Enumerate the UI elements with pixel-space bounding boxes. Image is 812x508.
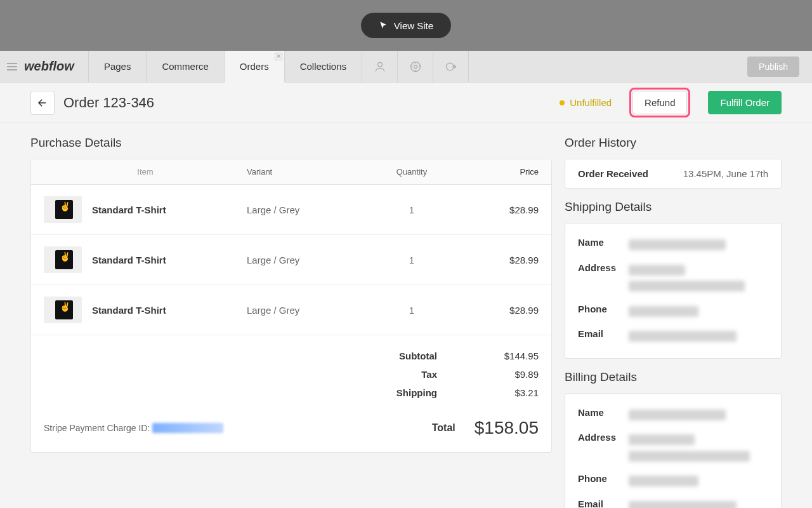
col-price: Price (462, 167, 539, 177)
total-label: Total (432, 422, 455, 434)
field-name: Name (578, 237, 629, 248)
table-row: Standard T-Shirt Large / Grey 1 $28.99 (31, 285, 551, 335)
redacted: ████ █ ████ (629, 434, 695, 445)
product-thumb (44, 196, 82, 223)
tab-label: Commerce (162, 61, 208, 72)
tab-label: Orders (240, 61, 269, 72)
close-icon[interactable]: ✕ (275, 53, 282, 60)
purchase-heading: Purchase Details (30, 136, 552, 150)
field-address: Address (578, 432, 629, 443)
history-event: Order Received (578, 168, 648, 179)
history-time: 13.45PM, June 17th (683, 168, 768, 179)
billing-card: Name█████ █████████ Address████ █ ██████… (565, 393, 782, 509)
item-price: $28.99 (462, 255, 539, 265)
status-dot-icon (560, 100, 565, 105)
redacted: ████████ ██████ (629, 239, 726, 250)
tab-pages[interactable]: Pages (89, 51, 147, 82)
redacted: ██ ████████ (629, 476, 698, 486)
tax-label: Tax (421, 369, 437, 380)
redacted: █████ █████████ (629, 410, 726, 420)
item-name: Standard T-Shirt (92, 204, 166, 215)
shipping-heading: Shipping Details (565, 200, 782, 214)
logo: webflow (24, 51, 89, 82)
field-phone: Phone (578, 304, 629, 314)
table-header: Item Variant Quantity Price (31, 159, 551, 185)
field-name: Name (578, 407, 629, 418)
item-qty: 1 (361, 305, 462, 316)
stripe-label: Stripe Payment Charge ID: (44, 423, 150, 433)
shipping-card: Name████████ ██████ Address██████ ██████… (565, 223, 782, 359)
tab-label: Pages (104, 61, 131, 72)
tab-collections[interactable]: Collections (285, 51, 362, 82)
item-name: Standard T-Shirt (92, 305, 166, 316)
item-variant: Large / Grey (247, 204, 361, 215)
svg-point-2 (414, 65, 417, 68)
product-thumb (44, 297, 82, 323)
hamburger-icon[interactable] (0, 51, 24, 82)
subtotal-label: Subtotal (399, 351, 437, 361)
item-price: $28.99 (462, 204, 539, 215)
account-icon[interactable] (362, 51, 398, 82)
tax-value: $9.89 (475, 369, 539, 380)
item-name: Standard T-Shirt (92, 255, 166, 265)
item-qty: 1 (361, 204, 462, 215)
redacted: ████████████████ (629, 501, 737, 509)
stripe-value-redacted: ch_abc_redacted (152, 423, 223, 433)
grand-total-row: Stripe Payment Charge ID: ch_abc_redacte… (31, 406, 551, 452)
totals-block: Subtotal$144.95 Tax$9.89 Shipping$3.21 (31, 335, 551, 406)
redacted: ████████████████ (629, 331, 737, 342)
svg-point-0 (377, 62, 382, 67)
redacted: ████ ████ ████ ████ (629, 281, 745, 291)
refund-highlight: Refund (629, 88, 690, 117)
topbar: webflow Pages Commerce Orders ✕ Collecti… (0, 51, 812, 83)
history-card: Order Received 13.45PM, June 17th (565, 159, 782, 189)
top-tabs: Pages Commerce Orders ✕ Collections (89, 51, 362, 82)
status-badge: Unfulfilled (560, 97, 612, 108)
table-row: Standard T-Shirt Large / Grey 1 $28.99 (31, 235, 551, 285)
field-email: Email (578, 498, 629, 509)
publish-button[interactable]: Publish (747, 57, 799, 77)
item-variant: Large / Grey (247, 305, 361, 316)
col-item: Item (44, 167, 247, 177)
col-qty: Quantity (361, 167, 462, 177)
page-title: Order 123-346 (63, 95, 154, 111)
status-text: Unfulfilled (570, 97, 612, 108)
stripe-id: Stripe Payment Charge ID: ch_abc_redacte… (44, 423, 223, 433)
view-site-button[interactable]: View Site (361, 13, 451, 38)
page-header: Order 123-346 Unfulfilled Refund Fulfill… (0, 83, 812, 123)
tab-orders[interactable]: Orders ✕ (225, 51, 285, 83)
help-icon[interactable] (398, 51, 433, 82)
field-address: Address (578, 262, 629, 273)
shipping-value: $3.21 (475, 387, 539, 398)
item-variant: Large / Grey (247, 255, 361, 265)
redacted: ██████ ██ (629, 265, 685, 276)
field-phone: Phone (578, 473, 629, 484)
tab-commerce[interactable]: Commerce (147, 51, 224, 82)
shipping-label: Shipping (396, 387, 437, 398)
redacted: ██ ████████ (629, 306, 698, 317)
item-qty: 1 (361, 255, 462, 265)
export-icon[interactable] (433, 51, 469, 82)
history-heading: Order History (565, 136, 782, 150)
refund-button[interactable]: Refund (632, 91, 687, 114)
back-button[interactable] (30, 91, 55, 115)
cursor-icon (379, 21, 388, 30)
subtotal-value: $144.95 (475, 351, 539, 361)
preview-overlay: View Site (0, 0, 812, 51)
product-thumb (44, 246, 82, 273)
billing-heading: Billing Details (565, 370, 782, 384)
item-price: $28.99 (462, 305, 539, 316)
total-value: $158.05 (475, 418, 539, 438)
tab-label: Collections (300, 61, 346, 72)
fulfill-order-button[interactable]: Fulfill Order (708, 91, 782, 114)
table-row: Standard T-Shirt Large / Grey 1 $28.99 (31, 185, 551, 235)
field-email: Email (578, 328, 629, 339)
redacted: ██████████████████ (629, 451, 750, 462)
col-variant: Variant (247, 167, 361, 177)
purchase-table: Item Variant Quantity Price Standard T-S… (30, 159, 552, 453)
view-site-label: View Site (394, 20, 433, 31)
